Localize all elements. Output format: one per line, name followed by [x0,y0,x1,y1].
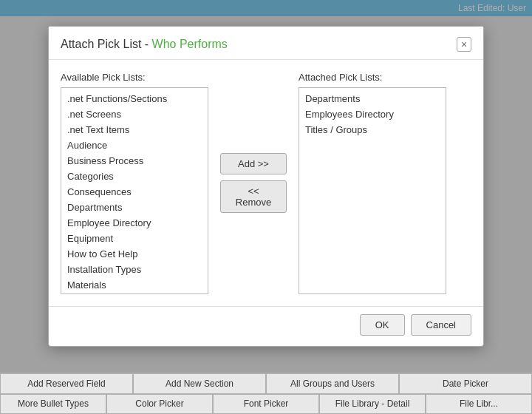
list-item[interactable]: Materials [61,277,208,293]
btn-font-picker[interactable]: Font Picker [213,394,319,415]
btn-date-picker[interactable]: Date Picker [399,373,532,394]
btn-more-bullet-types[interactable]: More Bullet Types [0,394,106,415]
list-item[interactable]: Equipment [61,231,208,246]
list-item[interactable]: Employee Directory [61,215,208,231]
remove-button[interactable]: << Remove [220,180,287,213]
btn-add-new-section[interactable]: Add New Section [133,373,266,394]
ok-button[interactable]: OK [360,314,405,336]
cancel-button[interactable]: Cancel [411,314,471,336]
list-item[interactable]: Departments [61,200,208,215]
modal-overlay: Attach Pick List - Who Performs × Availa… [0,0,532,373]
modal-title-highlight: Who Performs [152,38,228,50]
btn-file-library-extra[interactable]: File Libr... [426,394,532,415]
add-button[interactable]: Add >> [220,153,287,174]
list-item[interactable]: Consequences [61,184,208,200]
available-list[interactable]: .net Functions/Sections.net Screens.net … [61,87,208,294]
modal-body: Available Pick Lists: .net Functions/Sec… [49,60,483,306]
modal-title-text: Attach Pick List - [61,38,152,50]
attached-col: Attached Pick Lists: DepartmentsEmployee… [299,72,471,294]
bottom-row-2: More Bullet Types Color Picker Font Pick… [0,394,532,415]
list-item[interactable]: Business Process [61,153,208,169]
attach-picklist-modal: Attach Pick List - Who Performs × Availa… [48,26,484,347]
list-item[interactable]: Audience [61,138,208,153]
bottom-taskbar: Add Reserved Field Add New Section All G… [0,373,532,414]
list-item[interactable]: .net Screens [61,106,208,122]
middle-buttons: Add >> << Remove [220,72,287,294]
modal-footer: OK Cancel [49,306,483,346]
list-item[interactable]: Categories [61,169,208,184]
available-col: Available Pick Lists: .net Functions/Sec… [61,72,208,294]
btn-add-reserved-field[interactable]: Add Reserved Field [0,373,133,394]
list-item[interactable]: Departments [299,91,446,106]
modal-title: Attach Pick List - Who Performs [61,38,228,51]
attached-list[interactable]: DepartmentsEmployees DirectoryTitles / G… [299,87,446,294]
list-item[interactable]: Modules [61,293,208,294]
list-item[interactable]: .net Functions/Sections [61,91,208,106]
btn-all-groups-users[interactable]: All Groups and Users [266,373,399,394]
btn-file-library-detail[interactable]: File Library - Detail [319,394,426,415]
attached-label: Attached Pick Lists: [299,72,471,83]
bottom-row-1: Add Reserved Field Add New Section All G… [0,373,532,394]
list-item[interactable]: Titles / Groups [299,122,446,138]
list-item[interactable]: Employees Directory [299,106,446,122]
modal-header: Attach Pick List - Who Performs × [49,27,483,60]
list-item[interactable]: How to Get Help [61,246,208,262]
modal-close-button[interactable]: × [457,37,471,52]
available-label: Available Pick Lists: [61,72,208,83]
list-item[interactable]: .net Text Items [61,122,208,138]
btn-color-picker[interactable]: Color Picker [106,394,213,415]
list-item[interactable]: Installation Types [61,262,208,277]
